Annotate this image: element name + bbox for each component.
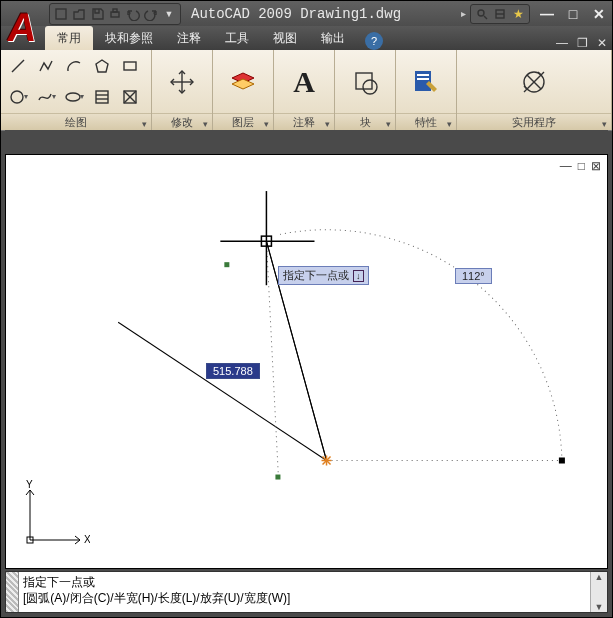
tab-common[interactable]: 常用 [45, 26, 93, 50]
doc-restore-button[interactable]: ❐ [572, 36, 592, 50]
command-line-grip[interactable] [6, 572, 19, 612]
svg-rect-0 [56, 9, 66, 19]
dynamic-length-value[interactable]: 515.788 [206, 363, 260, 379]
region-tool-button[interactable] [119, 86, 141, 108]
quick-access-toolbar: ▼ [49, 3, 181, 25]
panel-utilities-label[interactable]: 实用程序▾ [457, 113, 611, 130]
panel-utilities: 实用程序▾ [457, 50, 612, 130]
block-button[interactable] [349, 66, 381, 98]
window-title: AutoCAD 2009 Drawing1.dwg [185, 6, 457, 22]
svg-line-7 [12, 60, 24, 72]
title-search-box[interactable]: ★ [470, 4, 530, 24]
svg-line-4 [484, 16, 487, 19]
qat-print-button[interactable] [106, 5, 124, 23]
dynamic-prompt: 指定下一点或 ↓ [278, 266, 369, 285]
qat-save-button[interactable] [88, 5, 106, 23]
line-tool-button[interactable] [7, 55, 29, 77]
measure-icon [518, 66, 550, 98]
tab-output[interactable]: 输出 [309, 26, 357, 50]
scroll-up-icon[interactable]: ▲ [595, 572, 604, 582]
svg-rect-12 [96, 91, 108, 103]
ellipse-tool-button[interactable]: ▾ [63, 86, 85, 108]
ribbon-tabs: 常用 块和参照 注释 工具 视图 输出 ? — ❐ ✕ [1, 26, 612, 50]
window-controls: — □ ✕ [534, 1, 612, 26]
drawing-canvas[interactable] [6, 155, 607, 566]
svg-rect-2 [113, 9, 117, 12]
panel-annotation: A 注释▾ [274, 50, 335, 130]
panel-properties-label[interactable]: 特性▾ [396, 113, 456, 130]
panel-layers-label[interactable]: 图层▾ [213, 113, 273, 130]
properties-icon [410, 66, 442, 98]
dynamic-angle-value: 112° [455, 268, 492, 284]
ucs-x-label: X [84, 534, 90, 545]
dynamic-prompt-text: 指定下一点或 [283, 268, 349, 283]
svg-point-10 [11, 91, 23, 103]
panel-draw: ▾ ▾ ▾ 绘图▾ [1, 50, 152, 130]
panel-layers: 图层▾ [213, 50, 274, 130]
panel-annotation-label[interactable]: 注释▾ [274, 113, 334, 130]
panel-modify-label[interactable]: 修改▾ [152, 113, 212, 130]
properties-button[interactable] [410, 66, 442, 98]
svg-rect-9 [124, 62, 136, 70]
svg-rect-36 [224, 262, 229, 267]
qat-redo-button[interactable] [142, 5, 160, 23]
tab-tools[interactable]: 工具 [213, 26, 261, 50]
drawing-window[interactable]: — □ ⊠ [5, 154, 608, 569]
svg-rect-25 [417, 74, 429, 76]
title-bar: ▼ AutoCAD 2009 Drawing1.dwg ▸ ★ — □ ✕ [1, 1, 612, 26]
close-button[interactable]: ✕ [586, 1, 612, 26]
search-filter-icon[interactable] [491, 5, 509, 23]
utilities-button[interactable] [518, 66, 550, 98]
polygon-tool-button[interactable] [91, 55, 113, 77]
panel-modify: 修改▾ [152, 50, 213, 130]
rect-tool-button[interactable] [119, 55, 141, 77]
tab-view[interactable]: 视图 [261, 26, 309, 50]
search-icon [473, 5, 491, 23]
block-icon [349, 66, 381, 98]
doc-close-button[interactable]: ✕ [592, 36, 612, 50]
help-icon[interactable]: ? [365, 32, 383, 50]
svg-rect-26 [417, 78, 429, 80]
layers-icon [227, 66, 259, 98]
panel-draw-label[interactable]: 绘图▾ [1, 113, 151, 130]
favorite-icon[interactable]: ★ [509, 5, 527, 23]
autocad-logo-icon: A [4, 5, 39, 50]
panel-properties: 特性▾ [396, 50, 457, 130]
svg-rect-37 [275, 475, 280, 480]
ucs-icon: X Y [20, 480, 90, 550]
app-menu-button[interactable]: A [0, 0, 44, 54]
modify-button[interactable] [166, 66, 198, 98]
tab-annotation[interactable]: 注释 [165, 26, 213, 50]
qat-new-button[interactable] [52, 5, 70, 23]
tab-block-ref[interactable]: 块和参照 [93, 26, 165, 50]
command-line-scrollbar[interactable]: ▲▼ [590, 572, 607, 612]
panel-block-label[interactable]: 块▾ [335, 113, 395, 130]
qat-undo-button[interactable] [124, 5, 142, 23]
ucs-y-label: Y [26, 480, 33, 490]
qat-dropdown-icon[interactable]: ▼ [160, 5, 178, 23]
command-line[interactable]: 指定下一点或 [圆弧(A)/闭合(C)/半宽(H)/长度(L)/放弃(U)/宽度… [5, 571, 608, 613]
svg-rect-35 [559, 457, 565, 463]
command-line-text[interactable]: 指定下一点或 [圆弧(A)/闭合(C)/半宽(H)/长度(L)/放弃(U)/宽度… [19, 572, 590, 612]
svg-line-30 [118, 322, 326, 460]
qat-open-button[interactable] [70, 5, 88, 23]
minimize-button[interactable]: — [534, 1, 560, 26]
pline-tool-button[interactable] [35, 55, 57, 77]
move-icon [166, 66, 198, 98]
app-window: A ▼ AutoCAD 2009 Drawing1.dwg ▸ ★ — □ ✕ … [0, 0, 613, 618]
circle-tool-button[interactable]: ▾ [7, 86, 29, 108]
spline-tool-button[interactable]: ▾ [35, 86, 57, 108]
scroll-down-icon[interactable]: ▼ [595, 602, 604, 612]
doc-minimize-button[interactable]: — [552, 36, 572, 50]
workspace: — □ ⊠ [5, 130, 608, 569]
svg-point-23 [363, 80, 377, 94]
hatch-tool-button[interactable] [91, 86, 113, 108]
svg-point-3 [478, 10, 484, 16]
arc-tool-button[interactable] [63, 55, 85, 77]
layers-button[interactable] [227, 66, 259, 98]
down-arrow-icon[interactable]: ↓ [353, 270, 364, 282]
ribbon: ▾ ▾ ▾ 绘图▾ 修改▾ 图层▾ A 注释▾ [1, 50, 612, 131]
annotation-button[interactable]: A [288, 66, 320, 98]
maximize-button[interactable]: □ [560, 1, 586, 26]
title-play-icon: ▸ [461, 8, 466, 19]
